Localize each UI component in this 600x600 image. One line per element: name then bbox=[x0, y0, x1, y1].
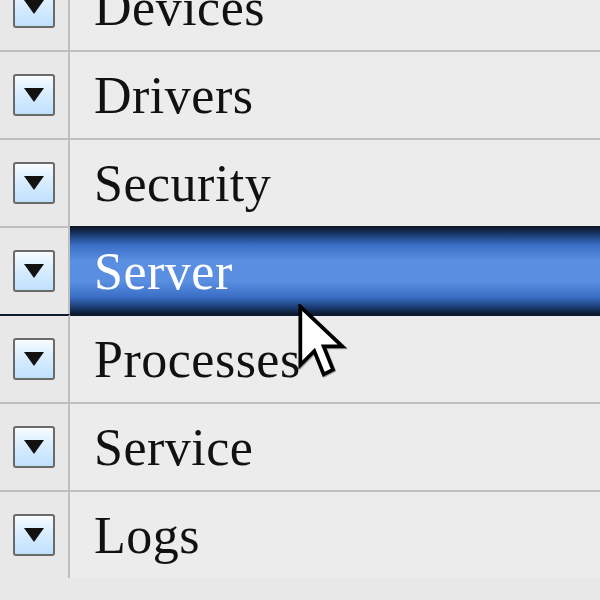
tree-item-service[interactable]: Service bbox=[0, 402, 600, 490]
expand-toggle[interactable] bbox=[13, 162, 55, 204]
svg-marker-1 bbox=[24, 88, 44, 102]
expand-toggle[interactable] bbox=[13, 250, 55, 292]
chevron-down-icon bbox=[24, 440, 44, 454]
chevron-down-icon bbox=[24, 352, 44, 366]
expand-toggle[interactable] bbox=[13, 514, 55, 556]
expander-cell bbox=[0, 226, 70, 314]
chevron-down-icon bbox=[24, 176, 44, 190]
tree-item-label: Processes bbox=[70, 314, 600, 402]
tree-item-drivers[interactable]: Drivers bbox=[0, 50, 600, 138]
expand-toggle[interactable] bbox=[13, 338, 55, 380]
expander-cell bbox=[0, 138, 70, 226]
tree-item-logs[interactable]: Logs bbox=[0, 490, 600, 578]
svg-marker-5 bbox=[24, 440, 44, 454]
tree-item-devices[interactable]: Devices bbox=[0, 0, 600, 50]
navigation-tree: Devices Drivers Security bbox=[0, 0, 600, 578]
tree-item-server[interactable]: Server bbox=[0, 226, 600, 314]
chevron-down-icon bbox=[24, 0, 44, 14]
expand-toggle[interactable] bbox=[13, 0, 55, 28]
svg-marker-6 bbox=[24, 528, 44, 542]
tree-item-label: Server bbox=[70, 226, 600, 314]
expand-toggle[interactable] bbox=[13, 74, 55, 116]
expand-toggle[interactable] bbox=[13, 426, 55, 468]
expander-cell bbox=[0, 0, 70, 50]
svg-marker-0 bbox=[24, 0, 44, 14]
tree-item-label: Drivers bbox=[70, 50, 600, 138]
svg-marker-3 bbox=[24, 264, 44, 278]
tree-item-label: Security bbox=[70, 138, 600, 226]
tree-item-security[interactable]: Security bbox=[0, 138, 600, 226]
chevron-down-icon bbox=[24, 88, 44, 102]
tree-item-label: Logs bbox=[70, 490, 600, 578]
expander-cell bbox=[0, 314, 70, 402]
chevron-down-icon bbox=[24, 264, 44, 278]
tree-item-processes[interactable]: Processes bbox=[0, 314, 600, 402]
expander-cell bbox=[0, 402, 70, 490]
tree-item-label: Devices bbox=[70, 0, 600, 50]
chevron-down-icon bbox=[24, 528, 44, 542]
expander-cell bbox=[0, 490, 70, 578]
expander-cell bbox=[0, 50, 70, 138]
svg-marker-2 bbox=[24, 176, 44, 190]
svg-marker-4 bbox=[24, 352, 44, 366]
tree-item-label: Service bbox=[70, 402, 600, 490]
